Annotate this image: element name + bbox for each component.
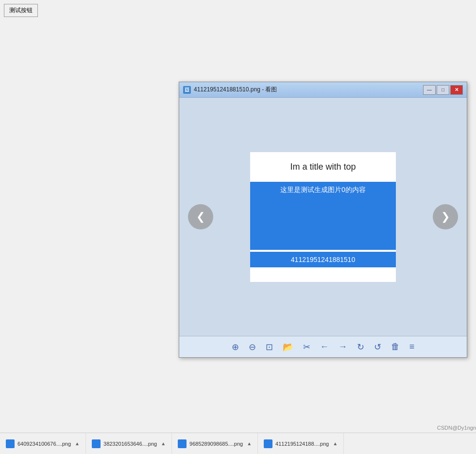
taskbar-label-2: 9685289098685....png xyxy=(189,441,243,447)
taskbar-label-0: 6409234100676....png xyxy=(17,441,71,447)
taskbar-item-1[interactable]: 3823201653646....png ▲ xyxy=(86,433,172,454)
taskbar-thumb-1 xyxy=(92,439,101,448)
minimize-button[interactable]: — xyxy=(423,85,436,95)
taskbar-thumb-0 xyxy=(6,439,15,448)
card-content-text: 这里是测试生成图片0的内容 xyxy=(280,186,366,194)
right-arrow-icon: ❯ xyxy=(441,210,450,223)
zoom-out-icon: ⊖ xyxy=(249,342,256,352)
delete-button[interactable]: 🗑 xyxy=(389,341,402,353)
zoom-out-button[interactable]: ⊖ xyxy=(247,341,258,353)
rotate-cw-button[interactable]: ↻ xyxy=(355,341,366,353)
crop-button[interactable]: ✂ xyxy=(301,341,312,353)
viewer-icon: 🖼 xyxy=(183,86,191,94)
close-button[interactable]: ✕ xyxy=(450,85,463,95)
prev-image-button[interactable]: ← xyxy=(318,341,331,353)
toolbar: ⊕ ⊖ ⊡ 📂 ✂ ← → ↻ ↺ 🗑 ≡ xyxy=(179,336,467,357)
open-button[interactable]: 📂 xyxy=(281,341,295,353)
menu-button[interactable]: ≡ xyxy=(408,341,417,353)
taskbar: 6409234100676....png ▲ 3823201653646....… xyxy=(0,433,476,454)
content-area: ❮ Im a title with top 这里是测试生成图片0的内容 4112… xyxy=(179,98,467,336)
taskbar-chevron-0: ▲ xyxy=(75,441,80,446)
title-bar-text: 41121951241881510.png - 看图 xyxy=(194,86,423,94)
taskbar-item-3[interactable]: 4112195124188....png ▲ xyxy=(258,433,344,454)
image-card: Im a title with top 这里是测试生成图片0的内容 411219… xyxy=(250,152,396,282)
rotate-ccw-button[interactable]: ↺ xyxy=(372,341,383,353)
card-blue-content: 这里是测试生成图片0的内容 xyxy=(250,182,396,250)
maximize-button[interactable]: □ xyxy=(437,85,449,95)
card-title: Im a title with top xyxy=(250,152,396,182)
prev-icon: ← xyxy=(320,342,329,352)
taskbar-chevron-1: ▲ xyxy=(161,441,166,446)
zoom-in-button[interactable]: ⊕ xyxy=(230,341,241,353)
rotate-ccw-icon: ↺ xyxy=(374,342,381,352)
next-icon: → xyxy=(339,342,347,352)
taskbar-chevron-2: ▲ xyxy=(247,441,252,446)
title-bar: 🖼 41121951241881510.png - 看图 — □ ✕ xyxy=(179,82,467,98)
taskbar-thumb-2 xyxy=(178,439,187,448)
fit-button[interactable]: ⊡ xyxy=(264,341,275,353)
taskbar-label-3: 4112195124188....png xyxy=(275,441,329,447)
taskbar-item-2[interactable]: 9685289098685....png ▲ xyxy=(172,433,258,454)
taskbar-item-0[interactable]: 6409234100676....png ▲ xyxy=(0,433,86,454)
window-controls: — □ ✕ xyxy=(423,85,463,95)
zoom-in-icon: ⊕ xyxy=(232,342,239,352)
taskbar-chevron-3: ▲ xyxy=(333,441,338,446)
taskbar-label-1: 3823201653646....png xyxy=(103,441,157,447)
card-id-bar: 41121951241881510 xyxy=(250,252,396,267)
test-button[interactable]: 测试按钮 xyxy=(4,4,38,17)
menu-icon: ≡ xyxy=(409,342,415,352)
nav-next-button[interactable]: ❯ xyxy=(433,204,458,229)
next-image-button[interactable]: → xyxy=(337,341,349,353)
nav-prev-button[interactable]: ❮ xyxy=(188,204,213,229)
open-icon: 📂 xyxy=(283,342,293,352)
taskbar-thumb-3 xyxy=(264,439,272,448)
delete-icon: 🗑 xyxy=(391,342,400,352)
fit-icon: ⊡ xyxy=(266,342,273,352)
rotate-cw-icon: ↻ xyxy=(357,342,364,352)
left-arrow-icon: ❮ xyxy=(196,210,205,223)
csdn-watermark: CSDN@Dy1ngn xyxy=(437,425,476,431)
viewer-window: 🖼 41121951241881510.png - 看图 — □ ✕ ❮ Im … xyxy=(179,82,467,358)
crop-icon: ✂ xyxy=(303,342,310,352)
card-bottom xyxy=(250,267,396,282)
